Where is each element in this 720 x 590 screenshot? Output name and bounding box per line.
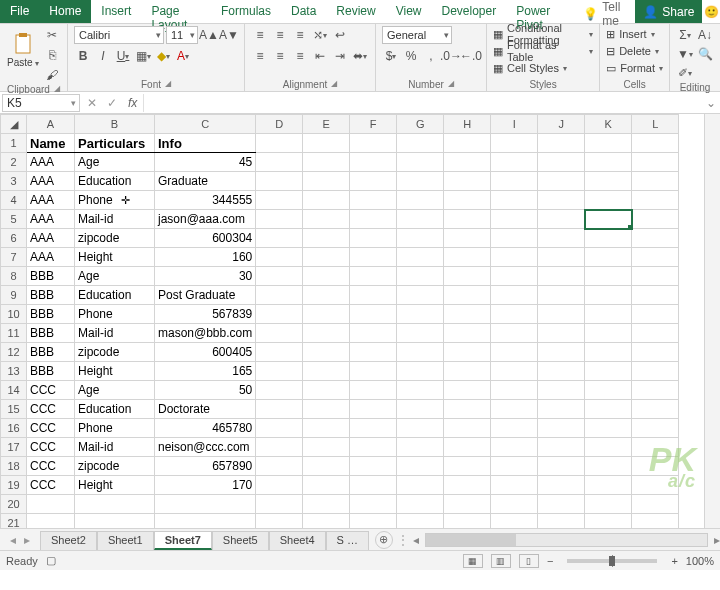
alignment-dialog-icon[interactable]: ◢ — [331, 79, 337, 90]
cell-I3[interactable] — [491, 172, 538, 191]
select-all-cell[interactable]: ◢ — [1, 115, 27, 134]
cell-E1[interactable] — [303, 134, 350, 153]
tab-insert[interactable]: Insert — [91, 0, 141, 23]
sheet-tab-S …[interactable]: S … — [326, 531, 369, 550]
cell-C17[interactable]: neison@ccc.com — [155, 438, 256, 457]
cell-G19[interactable] — [397, 476, 444, 495]
cell-L9[interactable] — [632, 286, 679, 305]
macro-record-icon[interactable]: ▢ — [46, 554, 56, 567]
cell-A3[interactable]: AAA — [27, 172, 75, 191]
cell-F7[interactable] — [350, 248, 397, 267]
cell-I16[interactable] — [491, 419, 538, 438]
cell-E20[interactable] — [303, 495, 350, 514]
cell-L2[interactable] — [632, 153, 679, 172]
page-layout-view-button[interactable]: ▥ — [491, 554, 511, 568]
row-header-1[interactable]: 1 — [1, 134, 27, 153]
cell-E13[interactable] — [303, 362, 350, 381]
cell-J6[interactable] — [538, 229, 585, 248]
cell-G9[interactable] — [397, 286, 444, 305]
cell-F5[interactable] — [350, 210, 397, 229]
cell-K10[interactable] — [585, 305, 632, 324]
cell-I10[interactable] — [491, 305, 538, 324]
find-select-button[interactable]: 🔍 — [696, 45, 714, 63]
cell-H18[interactable] — [444, 457, 491, 476]
cell-C13[interactable]: 165 — [155, 362, 256, 381]
cell-K3[interactable] — [585, 172, 632, 191]
tab-view[interactable]: View — [386, 0, 432, 23]
cell-B5[interactable]: Mail-id — [75, 210, 155, 229]
cell-K7[interactable] — [585, 248, 632, 267]
normal-view-button[interactable]: ▦ — [463, 554, 483, 568]
row-header-3[interactable]: 3 — [1, 172, 27, 191]
cell-I14[interactable] — [491, 381, 538, 400]
hscroll-left-icon[interactable]: ◂ — [413, 533, 419, 547]
cell-J2[interactable] — [538, 153, 585, 172]
cell-A12[interactable]: BBB — [27, 343, 75, 362]
row-header-18[interactable]: 18 — [1, 457, 27, 476]
share-button[interactable]: 👤 Share — [635, 0, 702, 23]
cell-I15[interactable] — [491, 400, 538, 419]
row-header-7[interactable]: 7 — [1, 248, 27, 267]
cell-A13[interactable]: BBB — [27, 362, 75, 381]
font-color-button[interactable]: A — [174, 47, 192, 65]
clear-button[interactable]: ✐ — [676, 64, 694, 82]
cell-L17[interactable] — [632, 438, 679, 457]
cell-A15[interactable]: CCC — [27, 400, 75, 419]
comma-format-button[interactable]: , — [422, 47, 440, 65]
row-header-16[interactable]: 16 — [1, 419, 27, 438]
col-header-E[interactable]: E — [303, 115, 350, 134]
insert-cells-button[interactable]: ⊞Insert — [606, 26, 655, 42]
cell-D19[interactable] — [256, 476, 303, 495]
cell-J12[interactable] — [538, 343, 585, 362]
cell-C9[interactable]: Post Graduate — [155, 286, 256, 305]
cell-G17[interactable] — [397, 438, 444, 457]
cell-I5[interactable] — [491, 210, 538, 229]
cell-F6[interactable] — [350, 229, 397, 248]
zoom-level[interactable]: 100% — [686, 555, 714, 567]
cell-C16[interactable]: 465780 — [155, 419, 256, 438]
cell-B14[interactable]: Age — [75, 381, 155, 400]
cell-L16[interactable] — [632, 419, 679, 438]
horizontal-scrollbar[interactable] — [425, 533, 708, 547]
cell-K13[interactable] — [585, 362, 632, 381]
italic-button[interactable]: I — [94, 47, 112, 65]
cell-L10[interactable] — [632, 305, 679, 324]
tab-power-pivot[interactable]: Power Pivot — [506, 0, 573, 23]
cell-A1[interactable]: Name — [27, 134, 75, 153]
row-header-10[interactable]: 10 — [1, 305, 27, 324]
row-header-11[interactable]: 11 — [1, 324, 27, 343]
cell-F3[interactable] — [350, 172, 397, 191]
cell-H5[interactable] — [444, 210, 491, 229]
fill-button[interactable]: ▼ — [676, 45, 694, 63]
cell-E12[interactable] — [303, 343, 350, 362]
cell-B17[interactable]: Mail-id — [75, 438, 155, 457]
cell-B8[interactable]: Age — [75, 267, 155, 286]
col-header-B[interactable]: B — [75, 115, 155, 134]
borders-button[interactable]: ▦ — [134, 47, 152, 65]
cell-A2[interactable]: AAA — [27, 153, 75, 172]
cell-C4[interactable]: 344555 — [155, 191, 256, 210]
tab-formulas[interactable]: Formulas — [211, 0, 281, 23]
cell-H3[interactable] — [444, 172, 491, 191]
cell-J5[interactable] — [538, 210, 585, 229]
cell-I8[interactable] — [491, 267, 538, 286]
cell-A4[interactable]: AAA — [27, 191, 75, 210]
sort-filter-button[interactable]: A↓ — [696, 26, 714, 44]
cell-B11[interactable]: Mail-id — [75, 324, 155, 343]
col-header-I[interactable]: I — [491, 115, 538, 134]
cell-I17[interactable] — [491, 438, 538, 457]
cell-F20[interactable] — [350, 495, 397, 514]
cell-L3[interactable] — [632, 172, 679, 191]
increase-decimal-button[interactable]: .0→ — [442, 47, 460, 65]
tab-home[interactable]: Home — [39, 0, 91, 23]
cell-B21[interactable] — [75, 514, 155, 529]
cell-E6[interactable] — [303, 229, 350, 248]
cell-A16[interactable]: CCC — [27, 419, 75, 438]
bold-button[interactable]: B — [74, 47, 92, 65]
cell-I21[interactable] — [491, 514, 538, 529]
new-sheet-button[interactable]: ⊕ — [375, 531, 393, 549]
row-header-19[interactable]: 19 — [1, 476, 27, 495]
expand-formula-bar-icon[interactable]: ⌄ — [702, 96, 720, 110]
accounting-format-button[interactable]: $ — [382, 47, 400, 65]
cell-K18[interactable] — [585, 457, 632, 476]
